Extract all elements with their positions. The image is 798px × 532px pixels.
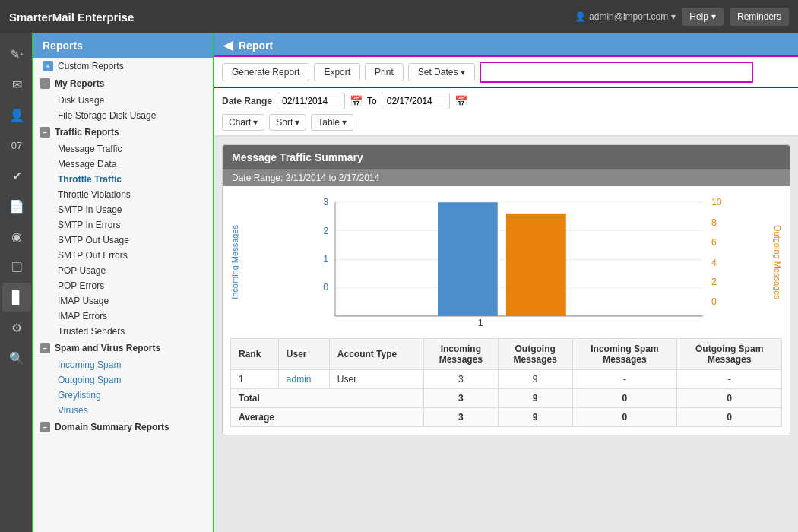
- report-card: Message Traffic Summary Date Range: 2/11…: [222, 144, 790, 435]
- sidebar-group-my-reports[interactable]: − My Reports: [33, 74, 214, 93]
- cell-rank: 1: [231, 370, 279, 389]
- folders-icon[interactable]: ❑: [2, 252, 31, 281]
- export-button[interactable]: Export: [314, 63, 360, 81]
- cell-outgoing: 9: [498, 370, 572, 389]
- col-outgoing-messages: OutgoingMessages: [498, 339, 572, 370]
- col-incoming-spam: Incoming SpamMessages: [572, 339, 677, 370]
- sidebar-child-smtp-in-errors[interactable]: SMTP In Errors: [33, 217, 214, 233]
- help-dropdown-icon: ▾: [711, 11, 716, 22]
- sidebar-child-file-storage[interactable]: File Storage Disk Usage: [33, 108, 214, 123]
- total-outgoing: 9: [498, 389, 572, 408]
- collapse-domain-icon[interactable]: −: [40, 422, 50, 432]
- date-from-input[interactable]: [277, 93, 345, 109]
- content-header-title: Report: [239, 40, 273, 52]
- sidebar-child-throttle-traffic[interactable]: Throttle Traffic: [33, 172, 214, 187]
- collapse-traffic-icon[interactable]: −: [40, 127, 50, 138]
- header-right: 👤 admin@import.com ▾ Help ▾ Reminders: [575, 8, 789, 26]
- sidebar-child-trusted-senders[interactable]: Trusted Senders: [33, 324, 214, 339]
- sidebar-child-imap-usage[interactable]: IMAP Usage: [33, 293, 214, 309]
- y-right-label: Outgoing Messages: [773, 225, 782, 299]
- sidebar-child-pop-errors[interactable]: POP Errors: [33, 278, 214, 293]
- chart-inner: 3 2 1 0 10 8 6 4 2 0: [242, 194, 770, 331]
- sidebar-child-imap-errors[interactable]: IMAP Errors: [33, 309, 214, 324]
- sidebar-group-domain-summary[interactable]: − Domain Summary Reports: [33, 418, 214, 436]
- reminders-button[interactable]: Reminders: [730, 8, 789, 26]
- custom-reports-label: Custom Reports: [58, 61, 124, 71]
- tasks-icon[interactable]: ✔: [2, 161, 31, 190]
- sidebar-child-message-traffic[interactable]: Message Traffic: [33, 141, 214, 157]
- svg-text:3: 3: [323, 197, 328, 207]
- table-dropdown-button[interactable]: Table ▾: [311, 114, 353, 131]
- report-table: Rank User Account Type IncomingMessages …: [230, 338, 782, 427]
- sidebar-child-viruses[interactable]: Viruses: [33, 403, 214, 418]
- app-title: SmarterMail Enterprise: [9, 11, 134, 24]
- sidebar-child-greylisting[interactable]: Greylisting: [33, 388, 214, 403]
- spam-virus-label: Spam and Virus Reports: [55, 343, 160, 353]
- print-button[interactable]: Print: [365, 63, 404, 81]
- incoming-bar: [438, 202, 498, 316]
- average-outgoing-spam: 0: [677, 408, 782, 427]
- user-email: admin@import.com: [589, 11, 668, 22]
- rss-icon[interactable]: ◉: [2, 222, 31, 251]
- content-pane: ◀ Report Generate Report Export Print Se…: [214, 33, 798, 532]
- sidebar-child-smtp-in-usage[interactable]: SMTP In Usage: [33, 202, 214, 217]
- sidebar-child-smtp-out-usage[interactable]: SMTP Out Usage: [33, 233, 214, 248]
- date-to-input[interactable]: [382, 93, 450, 109]
- svg-text:1: 1: [478, 318, 483, 328]
- toolbar: Generate Report Export Print Set Dates ▾: [214, 57, 798, 88]
- set-dates-button[interactable]: Set Dates ▾: [408, 63, 476, 81]
- back-button[interactable]: ◀: [223, 38, 233, 52]
- svg-text:0: 0: [711, 296, 717, 307]
- user-icon: 👤: [575, 11, 586, 22]
- sidebar-child-incoming-spam[interactable]: Incoming Spam: [33, 357, 214, 372]
- table-header-row: Rank User Account Type IncomingMessages …: [231, 339, 782, 370]
- mail-icon[interactable]: ✉: [2, 70, 31, 99]
- svg-text:6: 6: [711, 237, 717, 248]
- calendar-icon[interactable]: 07: [2, 131, 31, 160]
- sort-dropdown-button[interactable]: Sort ▾: [269, 114, 306, 131]
- sidebar-child-smtp-out-errors[interactable]: SMTP Out Errors: [33, 248, 214, 263]
- search-icon[interactable]: 🔍: [2, 344, 31, 372]
- add-custom-report-icon[interactable]: +: [43, 61, 53, 71]
- svg-text:8: 8: [711, 217, 717, 228]
- date-to-calendar-icon[interactable]: 📅: [454, 95, 467, 107]
- settings-icon[interactable]: ⚙: [2, 313, 31, 342]
- collapse-spam-icon[interactable]: −: [40, 343, 50, 353]
- total-incoming: 3: [423, 389, 498, 408]
- help-button[interactable]: Help ▾: [682, 8, 724, 26]
- top-header: SmarterMail Enterprise 👤 admin@import.co…: [0, 0, 798, 33]
- sidebar-group-traffic-reports[interactable]: − Traffic Reports: [33, 123, 214, 141]
- svg-text:2: 2: [323, 226, 328, 236]
- notes-icon[interactable]: 📄: [2, 192, 31, 220]
- compose-icon[interactable]: ✎+: [2, 40, 31, 68]
- y-left-label: Incoming Messages: [230, 225, 239, 299]
- collapse-my-reports-icon[interactable]: −: [40, 78, 50, 89]
- sidebar-item-custom-reports[interactable]: + Custom Reports: [33, 58, 214, 74]
- svg-text:1: 1: [323, 254, 328, 264]
- sidebar: Reports + Custom Reports − My Reports Di…: [33, 33, 214, 532]
- reports-icon[interactable]: ▊: [2, 283, 31, 312]
- sidebar-child-outgoing-spam[interactable]: Outgoing Spam: [33, 372, 214, 388]
- cell-incoming-spam: -: [572, 370, 677, 389]
- sidebar-child-disk-usage[interactable]: Disk Usage: [33, 93, 214, 108]
- date-from-calendar-icon[interactable]: 📅: [350, 95, 363, 107]
- cell-user[interactable]: admin: [278, 370, 329, 389]
- col-outgoing-spam: Outgoing SpamMessages: [677, 339, 782, 370]
- date-row: Date Range 📅 To 📅: [222, 93, 790, 109]
- sidebar-child-pop-usage[interactable]: POP Usage: [33, 263, 214, 278]
- date-to-label: To: [367, 96, 377, 106]
- sidebar-child-throttle-violations[interactable]: Throttle Violations: [33, 187, 214, 202]
- average-outgoing: 9: [498, 408, 572, 427]
- table-total-row: Total 3 9 0 0: [231, 389, 782, 408]
- generate-report-button[interactable]: Generate Report: [222, 63, 309, 81]
- traffic-reports-label: Traffic Reports: [55, 127, 119, 138]
- sort-label: Sort: [276, 117, 293, 128]
- contacts-icon[interactable]: 👤: [2, 100, 31, 129]
- chart-dropdown-button[interactable]: Chart ▾: [222, 114, 264, 131]
- sidebar-child-message-data[interactable]: Message Data: [33, 157, 214, 172]
- sidebar-group-spam-virus[interactable]: − Spam and Virus Reports: [33, 339, 214, 357]
- average-incoming: 3: [423, 408, 498, 427]
- table-dropdown-icon: ▾: [342, 117, 347, 128]
- header-user: 👤 admin@import.com ▾: [575, 11, 676, 22]
- sort-dropdown-icon: ▾: [295, 117, 299, 128]
